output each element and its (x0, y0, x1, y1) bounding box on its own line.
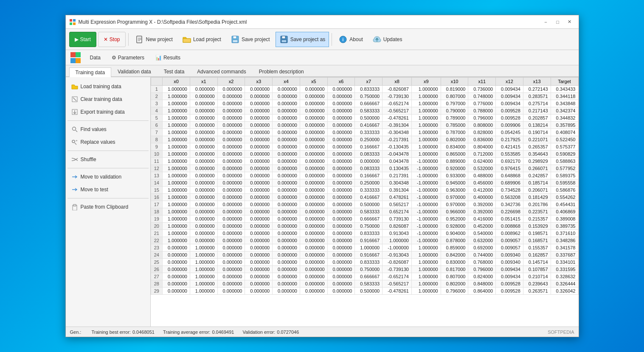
data-cell-8: 0.652174 (382, 208, 412, 215)
data-cell-3: 0.000000 (245, 223, 273, 230)
data-area[interactable]: x0 x1 x2 x3 x4 x5 x6 x7 x8 x9 x10 x11 x1… (151, 77, 579, 327)
export-training-data-button[interactable]: Export training data (67, 106, 149, 118)
data-cell-5: 0.000000 (300, 172, 327, 179)
data-cell-4: 0.000000 (273, 187, 300, 194)
nav-bar: Data ⚙ Parameters 📊 Results (66, 50, 579, 65)
close-button[interactable]: ✕ (564, 18, 575, 26)
data-cell-11: 0.848000 (468, 280, 496, 288)
new-project-button[interactable]: New project (131, 32, 177, 47)
data-cell-3: 0.000000 (245, 100, 273, 107)
minimize-button[interactable]: − (540, 18, 551, 26)
find-values-button[interactable]: Find values (67, 123, 149, 135)
move-to-validation-button[interactable]: Move to validation (67, 171, 149, 183)
data-cell-12: 0.008868 (496, 223, 523, 230)
row-number-cell: 27 (151, 273, 163, 280)
data-cell-5: 0.000000 (300, 194, 327, 201)
data-cell-2: 0.000000 (217, 215, 245, 223)
nav-parameters-label: Parameters (118, 55, 144, 61)
data-cell-5: 0.000000 (300, 100, 327, 107)
data-cell-10: 0.945000 (441, 179, 468, 187)
table-row: 31.0000000.0000000.0000000.0000000.00000… (151, 100, 578, 107)
load-project-button[interactable]: Load project (178, 32, 225, 47)
svg-rect-3 (73, 22, 76, 25)
clear-training-data-button[interactable]: Clear training data (67, 93, 149, 105)
data-cell-9: -1.000000 (411, 201, 441, 208)
table-row: 111.0000000.0000000.0000000.0000000.0000… (151, 158, 578, 165)
data-cell-12: 0.009906 (496, 122, 523, 129)
updates-button[interactable]: Updates (368, 32, 406, 47)
table-row: 270.0000001.0000000.0000000.0000000.0000… (151, 273, 578, 280)
nav-data-button[interactable]: Data (85, 52, 105, 64)
data-cell-3: 0.000000 (245, 244, 273, 251)
data-cell-13: 0.202857 (523, 115, 551, 122)
data-cell-13: 0.181429 (523, 194, 551, 201)
table-row: 191.0000000.0000000.0000000.0000000.0000… (151, 215, 578, 223)
data-cell-5: 0.000000 (300, 230, 327, 237)
data-cell-3: 0.000000 (245, 122, 273, 129)
nav-results-button[interactable]: 📊 Results (151, 52, 185, 64)
data-cell-9: -1.000000 (411, 172, 441, 179)
table-row: 211.0000000.0000000.0000000.0000000.0000… (151, 230, 578, 237)
data-cell-12: 0.009434 (496, 273, 523, 280)
tab-advanced-commands[interactable]: Advanced commands (191, 67, 252, 76)
replace-values-button[interactable]: Replace values (67, 136, 149, 148)
save-project-button[interactable]: Save project (227, 32, 274, 47)
svg-rect-2 (70, 22, 72, 25)
about-label: About (349, 36, 363, 42)
app-icon (69, 19, 76, 25)
data-cell-10: 0.970000 (441, 194, 468, 201)
maximize-button[interactable]: □ (552, 18, 563, 26)
data-cell-12: 0.009434 (496, 93, 523, 100)
data-cell-2: 0.000000 (217, 107, 245, 115)
data-cell-4: 0.000000 (273, 122, 300, 129)
table-row: 41.0000000.0000000.0000000.0000000.00000… (151, 107, 578, 115)
data-cell-5: 0.000000 (300, 107, 327, 115)
new-project-label: New project (146, 36, 173, 42)
data-cell-7: 0.000000 (355, 158, 382, 165)
data-cell-9: -1.000000 (411, 187, 441, 194)
data-cell-7: 0.583333 (355, 280, 382, 288)
svg-rect-0 (70, 19, 72, 22)
about-button[interactable]: i About (335, 32, 366, 47)
paste-from-clipboard-button[interactable]: Paste from Clipboard (67, 201, 149, 213)
data-cell-13: 0.354643 (523, 151, 551, 158)
tab-training-data[interactable]: Training data (69, 67, 112, 77)
data-cell-11: 0.456000 (468, 179, 496, 187)
data-cell-2: 0.000000 (217, 122, 245, 129)
data-cell-6: 0.000000 (327, 100, 355, 107)
paste-from-clipboard-label: Paste from Clipboard (81, 204, 129, 210)
data-cell-10: 0.834000 (441, 143, 468, 151)
data-cell-11: 0.796000 (468, 266, 496, 273)
data-cell-14: 0.326042 (551, 288, 578, 295)
svg-point-26 (72, 127, 76, 131)
data-cell-8: 0.913043 (382, 230, 412, 237)
nav-parameters-button[interactable]: ⚙ Parameters (107, 52, 149, 64)
data-cell-12: 0.563208 (496, 194, 523, 201)
shuffle-button[interactable]: Shuffle (67, 154, 149, 165)
data-cell-1: 0.000000 (190, 100, 217, 107)
data-cell-11: 0.824000 (468, 273, 496, 280)
row-number-cell: 22 (151, 237, 163, 244)
new-project-icon (135, 35, 144, 44)
data-cell-0: 1.000000 (163, 237, 190, 244)
svg-text:i: i (343, 37, 344, 42)
tab-test-data[interactable]: Test data (157, 67, 191, 76)
tab-problem-description[interactable]: Problem description (253, 67, 310, 76)
data-cell-6: 0.000000 (327, 151, 355, 158)
shuffle-label: Shuffle (81, 156, 96, 162)
data-cell-4: 0.000000 (273, 244, 300, 251)
start-button[interactable]: ▶ Start (69, 32, 96, 47)
move-to-test-button[interactable]: Move to test (67, 184, 149, 196)
tab-validation-data[interactable]: Validation data (111, 67, 157, 76)
data-cell-9: 1.000000 (411, 129, 441, 136)
data-cell-7: 0.750000 (355, 266, 382, 273)
load-training-data-button[interactable]: Load training data (67, 81, 149, 92)
stop-button[interactable]: ✕ Stop (98, 32, 126, 47)
data-cell-12: 0.734528 (496, 187, 523, 194)
data-cell-10: 0.819000 (441, 86, 468, 93)
status-validation: Validation error: 0.0727046 (242, 330, 299, 335)
sidebar-sep-3 (67, 168, 149, 168)
data-cell-14: 0.406869 (551, 208, 578, 215)
save-project-as-button[interactable]: Save project as (276, 32, 329, 47)
start-icon: ▶ (75, 36, 79, 42)
